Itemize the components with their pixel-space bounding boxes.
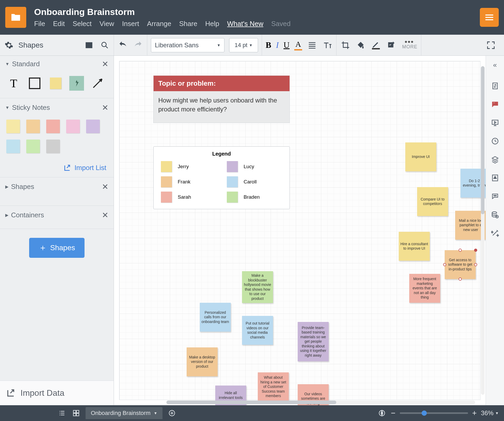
sticky-note[interactable]: Make a desktop version of our product bbox=[187, 347, 218, 376]
menu-insert[interactable]: Insert bbox=[122, 20, 139, 28]
sticky-note[interactable]: Get access to software to get in-product… bbox=[445, 250, 476, 279]
import-data-button[interactable]: Import Data bbox=[0, 381, 114, 405]
layers-icon[interactable] bbox=[490, 154, 500, 165]
comment-icon[interactable]: '' bbox=[490, 99, 500, 110]
close-icon[interactable]: ✕ bbox=[102, 103, 108, 112]
fullscreen-button[interactable] bbox=[486, 40, 496, 50]
close-icon[interactable]: ✕ bbox=[102, 182, 108, 191]
menu-view[interactable]: View bbox=[99, 20, 114, 28]
zoom-level-dropdown[interactable]: 36% ▼ bbox=[481, 409, 499, 417]
crop-icon[interactable] bbox=[340, 40, 351, 50]
hamburger-menu-button[interactable] bbox=[480, 8, 499, 27]
category-standard-header[interactable]: ▼ Standard ✕ bbox=[0, 56, 114, 72]
scrollbar-thumb[interactable] bbox=[166, 401, 336, 404]
menu-edit[interactable]: Edit bbox=[53, 20, 65, 28]
selection-handle[interactable] bbox=[474, 249, 477, 252]
gear-icon[interactable] bbox=[4, 40, 14, 50]
bold-button[interactable]: B bbox=[266, 40, 271, 50]
close-icon[interactable]: ✕ bbox=[102, 59, 108, 69]
fill-icon[interactable] bbox=[355, 40, 366, 50]
border-color-button[interactable] bbox=[371, 41, 381, 49]
menu-arrange[interactable]: Arrange bbox=[147, 20, 171, 28]
outline-view-button[interactable] bbox=[57, 408, 67, 418]
add-page-button[interactable] bbox=[167, 408, 177, 418]
sticky-swatch[interactable] bbox=[6, 140, 20, 153]
sticky-note[interactable]: Put out tutorial videos on our social me… bbox=[242, 316, 273, 345]
font-size-select[interactable]: 14pt ▼ bbox=[229, 38, 258, 52]
selection-handle[interactable] bbox=[459, 278, 462, 281]
collapse-rail-button[interactable]: « bbox=[493, 59, 497, 73]
topic-box[interactable]: Topic or problem: How might we help user… bbox=[153, 75, 290, 123]
selection-handle[interactable] bbox=[459, 249, 462, 252]
underline-button[interactable]: U bbox=[284, 40, 290, 50]
category-shapes-header[interactable]: ▶ Shapes ✕ bbox=[0, 178, 114, 195]
close-icon[interactable]: ✕ bbox=[102, 210, 108, 220]
add-shapes-button[interactable]: ＋ Shapes bbox=[29, 238, 85, 258]
magic-icon[interactable] bbox=[490, 228, 500, 238]
sticky-swatch[interactable] bbox=[46, 120, 60, 133]
sticky-note[interactable]: Improve UI bbox=[405, 142, 436, 171]
sticky-note[interactable]: Make a blockbuster hollywood movie that … bbox=[242, 271, 273, 303]
align-button[interactable] bbox=[307, 40, 317, 50]
undo-button[interactable] bbox=[118, 40, 128, 50]
italic-button[interactable]: I bbox=[276, 40, 279, 50]
selection-handle[interactable] bbox=[443, 263, 446, 266]
sticky-note[interactable]: Hire a consultant to improve UI bbox=[399, 232, 430, 261]
document-title[interactable]: Onboarding Brainstorm bbox=[34, 7, 480, 17]
history-icon[interactable] bbox=[490, 136, 500, 146]
page-tab[interactable]: Onboarding Brainstorm ▼ bbox=[86, 407, 162, 419]
menu-share[interactable]: Share bbox=[179, 20, 197, 28]
menu-file[interactable]: File bbox=[34, 20, 45, 28]
sticky-swatch[interactable] bbox=[26, 120, 40, 133]
more-button[interactable]: ••• MORE bbox=[401, 40, 417, 50]
text-shape[interactable]: T bbox=[6, 76, 21, 91]
sticky-swatch[interactable] bbox=[6, 120, 20, 133]
category-containers-header[interactable]: ▶ Containers ✕ bbox=[0, 207, 114, 223]
legend-swatch bbox=[227, 161, 238, 172]
sticky-shape[interactable] bbox=[48, 76, 63, 91]
search-icon[interactable] bbox=[99, 40, 110, 50]
grid-view-button[interactable] bbox=[71, 408, 81, 418]
category-sticky-header[interactable]: ▼ Sticky Notes ✕ bbox=[0, 99, 114, 116]
menu-help[interactable]: Help bbox=[205, 20, 219, 28]
data-link-icon[interactable] bbox=[490, 209, 500, 220]
zoom-out-button[interactable]: − bbox=[391, 409, 396, 418]
font-family-select[interactable]: Liberation Sans ▼ bbox=[151, 38, 224, 52]
slider-knob[interactable] bbox=[422, 410, 427, 416]
sticky-note[interactable]: Provide team-based training materials so… bbox=[298, 322, 329, 361]
menu-select[interactable]: Select bbox=[73, 20, 92, 28]
sticky-swatch[interactable] bbox=[66, 120, 80, 133]
vertical-scrollbar[interactable] bbox=[481, 66, 485, 395]
present-icon[interactable] bbox=[490, 117, 500, 128]
page-settings-icon[interactable] bbox=[490, 81, 500, 91]
text-size-button[interactable] bbox=[322, 40, 333, 50]
import-list-button[interactable]: Import List bbox=[56, 160, 114, 176]
action-shape[interactable] bbox=[69, 76, 84, 91]
arrow-shape[interactable] bbox=[90, 76, 105, 91]
font-color-button[interactable]: A bbox=[294, 40, 302, 50]
sticky-swatch[interactable] bbox=[86, 120, 100, 133]
zoom-in-button[interactable]: + bbox=[472, 409, 477, 418]
sticky-swatch[interactable] bbox=[26, 140, 40, 153]
rectangle-shape[interactable] bbox=[27, 76, 42, 91]
selection-handle[interactable] bbox=[474, 263, 477, 266]
redo-button[interactable] bbox=[133, 40, 143, 50]
sticky-note[interactable]: What about hiring a new set of Customer … bbox=[258, 372, 289, 401]
sticky-note[interactable]: Personalized calls from our onboarding t… bbox=[200, 303, 231, 332]
compass-icon[interactable] bbox=[377, 408, 387, 418]
menu-whats-new[interactable]: What's New bbox=[227, 20, 263, 28]
topic-body[interactable]: How might we help users onboard with the… bbox=[154, 91, 290, 123]
sticky-note[interactable]: Compare UI to competitors bbox=[417, 187, 448, 216]
horizontal-scrollbar[interactable] bbox=[166, 401, 475, 404]
scrollbar-thumb[interactable] bbox=[481, 66, 485, 214]
chat-icon[interactable] bbox=[490, 191, 500, 202]
sticky-swatch[interactable] bbox=[46, 140, 60, 153]
canvas-area[interactable]: Topic or problem: How might we help user… bbox=[114, 56, 486, 405]
checklist-icon[interactable] bbox=[386, 40, 396, 50]
app-logo[interactable] bbox=[5, 7, 26, 28]
zoom-slider[interactable] bbox=[400, 412, 468, 414]
theme-icon[interactable] bbox=[490, 173, 500, 183]
sticky-note[interactable]: More frequent marketing events that are … bbox=[409, 274, 440, 303]
image-icon[interactable] bbox=[84, 40, 94, 50]
legend-box[interactable]: Legend JerryLucyFrankCarollSarahBraden bbox=[153, 146, 290, 209]
